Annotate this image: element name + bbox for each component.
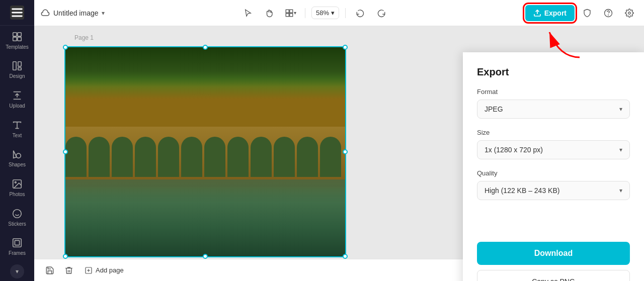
quality-value: High (122 KB – 243 KB) [485,186,559,195]
quality-select[interactable]: High (122 KB – 243 KB) ▾ [477,181,630,200]
zoom-chevron-icon: ▾ [331,9,335,17]
water-reflection [64,179,346,257]
size-value: 1x (1280 x 720 px) [485,146,543,154]
tree-canopy [64,46,346,86]
svg-rect-21 [289,13,292,16]
quality-section: Quality High (122 KB – 243 KB) ▾ [477,169,630,200]
canvas-selection[interactable] [64,46,346,257]
size-chevron-icon: ▾ [619,146,622,153]
select-tool-button[interactable] [239,5,257,22]
page-label: Page 1 [74,34,94,41]
format-value: JPEG [485,105,503,113]
redo-button[interactable] [373,5,390,22]
sidebar-bottom: ▾ [0,261,34,281]
toolbar-separator-2 [345,8,346,18]
sidebar-logo [0,0,34,26]
svg-point-12 [15,181,16,183]
export-button[interactable]: Export [525,5,575,21]
export-actions: Download Copy as PNG [477,242,630,281]
size-section: Size 1x (1280 x 720 px) ▾ [477,129,630,159]
zoom-level: 58% [316,9,329,17]
collapse-sidebar-button[interactable]: ▾ [10,264,24,278]
layout-button[interactable]: ▾ [282,5,299,22]
hand-tool-button[interactable] [261,5,278,22]
svg-rect-20 [286,13,289,16]
svg-rect-9 [18,68,21,70]
svg-rect-6 [18,37,21,41]
topbar: Untitled image ▾ ▾ 58% ▾ [34,0,644,26]
svg-rect-16 [13,239,22,247]
size-label: Size [477,129,630,136]
sidebar-item-shapes[interactable]: Shapes [0,143,34,173]
shield-icon-button[interactable] [579,5,596,22]
quality-label: Quality [477,169,630,177]
svg-rect-19 [289,10,292,13]
export-panel-title: Export [477,66,630,78]
format-chevron-icon: ▾ [619,106,622,113]
svg-point-24 [608,15,609,15]
zoom-control[interactable]: 58% ▾ [311,7,339,19]
sidebar-item-photos[interactable]: Photos [0,173,34,203]
arches-row [64,127,346,177]
download-button[interactable]: Download [477,242,630,265]
sidebar-item-frames-label: Frames [9,250,26,256]
topbar-right: Export [525,5,638,22]
add-page-label: Add page [96,266,124,274]
sidebar-item-stickers[interactable]: Stickers [0,203,34,232]
quality-chevron-icon: ▾ [619,187,622,194]
svg-rect-4 [18,32,21,36]
file-name-area[interactable]: Untitled image ▾ [40,8,105,18]
sidebar-item-text[interactable]: Text [0,114,34,144]
svg-point-25 [628,12,631,14]
sidebar-item-design-label: Design [9,73,25,79]
format-section: Format JPEG ▾ [477,88,630,119]
topbar-center: ▾ 58% ▾ [109,5,521,22]
main-area: Untitled image ▾ ▾ 58% ▾ [34,0,644,281]
svg-rect-8 [18,62,21,66]
svg-rect-17 [15,241,19,245]
svg-point-13 [13,209,22,218]
sidebar-item-stickers-label: Stickers [8,221,26,227]
export-icon [533,9,541,17]
sidebar-item-text-label: Text [13,133,22,138]
sidebar-item-upload-label: Upload [9,103,25,109]
export-panel: Export Format JPEG ▾ Size 1x (1280 x 720… [463,52,644,281]
file-name-chevron-icon: ▾ [102,10,105,17]
delete-button[interactable] [61,263,76,278]
cloud-icon [40,8,50,18]
undo-button[interactable] [352,5,369,22]
format-label: Format [477,88,630,96]
app-logo [10,6,24,20]
file-name: Untitled image [53,9,99,17]
content-area: Page 1 [34,26,644,281]
save-button[interactable] [42,263,57,278]
sidebar-item-frames[interactable]: Frames [0,232,34,261]
export-label: Export [544,9,567,17]
svg-rect-3 [13,32,17,36]
toolbar-separator [305,8,305,18]
sidebar: Templates Design Upload Text Shapes [0,0,34,281]
canvas-image [64,46,346,257]
sidebar-item-design[interactable]: Design [0,55,34,84]
svg-rect-7 [13,62,16,70]
sidebar-item-photos-label: Photos [9,192,25,197]
size-select[interactable]: 1x (1280 x 720 px) ▾ [477,140,630,159]
help-button[interactable] [600,5,617,22]
add-page-button[interactable]: Add page [80,264,128,276]
svg-rect-5 [13,37,17,41]
format-select[interactable]: JPEG ▾ [477,100,630,119]
copy-png-button[interactable]: Copy as PNG [477,270,630,281]
sidebar-item-templates[interactable]: Templates [0,26,34,55]
svg-rect-18 [286,10,289,13]
sidebar-item-upload[interactable]: Upload [0,84,34,114]
sidebar-item-templates-label: Templates [6,44,29,50]
settings-button[interactable] [621,5,638,22]
sidebar-item-shapes-label: Shapes [9,162,26,167]
